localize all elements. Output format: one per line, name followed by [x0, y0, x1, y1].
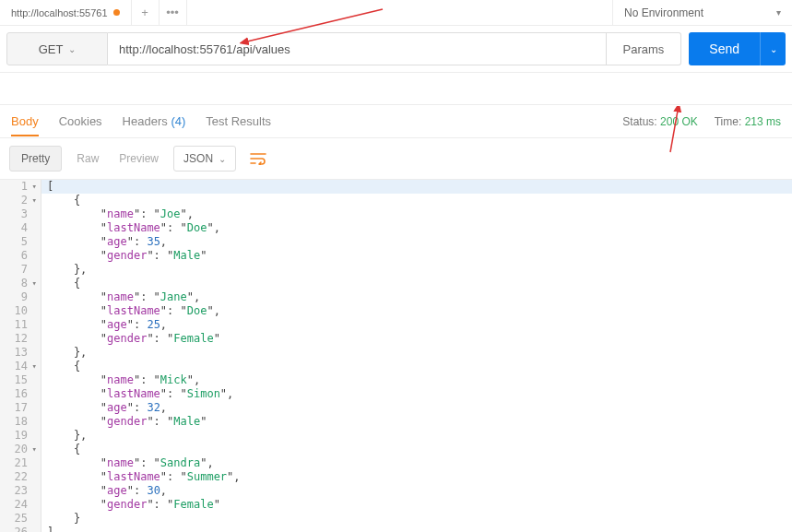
- unsaved-dot-icon: [113, 9, 120, 16]
- code-line: "name": "Joe",: [41, 207, 792, 221]
- spacer: [0, 73, 792, 105]
- view-raw-button[interactable]: Raw: [71, 152, 104, 165]
- chevron-down-icon: ⌄: [68, 44, 76, 54]
- code-line: "name": "Sandra",: [41, 456, 792, 470]
- code-line: }: [41, 512, 792, 526]
- code-line: },: [41, 429, 792, 443]
- request-bar: GET ⌄ Params Send ⌄: [0, 26, 792, 73]
- response-body: 1▾ 2▾ 3 4 5 6 7 8▾ 9 10 11 12 13 14▾ 15 …: [0, 180, 792, 532]
- code-line: "lastName": "Summer",: [41, 470, 792, 484]
- wrap-lines-icon[interactable]: [245, 146, 271, 171]
- url-input[interactable]: [108, 32, 607, 65]
- code-line: "name": "Jane",: [41, 290, 792, 304]
- http-method-select[interactable]: GET ⌄: [6, 32, 108, 65]
- code-line: {: [41, 360, 792, 373]
- params-button[interactable]: Params: [607, 32, 682, 65]
- code-line: "gender": "Female": [41, 332, 792, 346]
- environment-select[interactable]: No Environment ▾: [612, 0, 792, 25]
- format-select[interactable]: JSON ⌄: [173, 146, 236, 171]
- code-line: "age": 35,: [41, 235, 792, 249]
- code-line: ]: [41, 526, 792, 532]
- tab-body[interactable]: Body: [11, 107, 39, 136]
- send-group: Send ⌄: [689, 32, 786, 65]
- code-line: "gender": "Male": [41, 415, 792, 429]
- code-line: {: [41, 443, 792, 456]
- code-line: },: [41, 346, 792, 360]
- code-line: "age": 30,: [41, 484, 792, 498]
- new-tab-button[interactable]: +: [132, 0, 160, 25]
- view-preview-button[interactable]: Preview: [113, 152, 164, 165]
- chevron-down-icon: ▾: [776, 7, 781, 18]
- code-line: [: [41, 180, 792, 194]
- tab-headers[interactable]: Headers (4): [123, 107, 186, 136]
- request-tabs: http://localhost:55761 + •••: [0, 0, 187, 25]
- status-value: 200 OK: [660, 115, 698, 128]
- tab-menu-button[interactable]: •••: [160, 0, 187, 25]
- code-line: "age": 25,: [41, 318, 792, 332]
- line-gutter: 1▾ 2▾ 3 4 5 6 7 8▾ 9 10 11 12 13 14▾ 15 …: [0, 180, 41, 532]
- params-label: Params: [623, 42, 665, 56]
- chevron-down-icon: ⌄: [770, 44, 777, 54]
- code-line: "name": "Mick",: [41, 373, 792, 387]
- response-tabs: Body Cookies Headers (4) Test Results: [11, 107, 271, 136]
- view-toolbar: Pretty Raw Preview JSON ⌄: [0, 138, 792, 180]
- time-label: Time:: [715, 115, 742, 128]
- tab-test-results[interactable]: Test Results: [206, 107, 271, 136]
- code-line: "lastName": "Doe",: [41, 304, 792, 318]
- environment-label: No Environment: [624, 6, 703, 19]
- tab-cookies[interactable]: Cookies: [59, 107, 102, 136]
- send-dropdown-button[interactable]: ⌄: [760, 32, 786, 65]
- response-header: Body Cookies Headers (4) Test Results St…: [0, 105, 792, 138]
- method-label: GET: [39, 42, 64, 56]
- request-tab[interactable]: http://localhost:55761: [0, 0, 132, 25]
- headers-count: (4): [171, 114, 185, 128]
- code-line: "age": 32,: [41, 401, 792, 415]
- time-block: Time: 213 ms: [715, 115, 781, 128]
- code-content[interactable]: [ { "name": "Joe", "lastName": "Doe", "a…: [41, 180, 792, 532]
- send-button[interactable]: Send: [689, 32, 760, 65]
- headers-label: Headers: [123, 114, 168, 128]
- status-block: Status: 200 OK: [622, 115, 697, 128]
- code-line: },: [41, 263, 792, 277]
- status-group: Status: 200 OK Time: 213 ms: [622, 115, 781, 128]
- format-label: JSON: [183, 152, 213, 165]
- view-pretty-button[interactable]: Pretty: [9, 146, 62, 171]
- code-line: {: [41, 194, 792, 207]
- status-label: Status:: [622, 115, 656, 128]
- tab-title: http://localhost:55761: [11, 7, 108, 18]
- time-value: 213 ms: [745, 115, 781, 128]
- chevron-down-icon: ⌄: [219, 154, 226, 164]
- code-line: "lastName": "Doe",: [41, 221, 792, 235]
- code-line: {: [41, 277, 792, 290]
- code-line: "lastName": "Simon",: [41, 387, 792, 401]
- code-line: "gender": "Female": [41, 498, 792, 512]
- top-row: http://localhost:55761 + ••• No Environm…: [0, 0, 792, 26]
- code-line: "gender": "Male": [41, 249, 792, 263]
